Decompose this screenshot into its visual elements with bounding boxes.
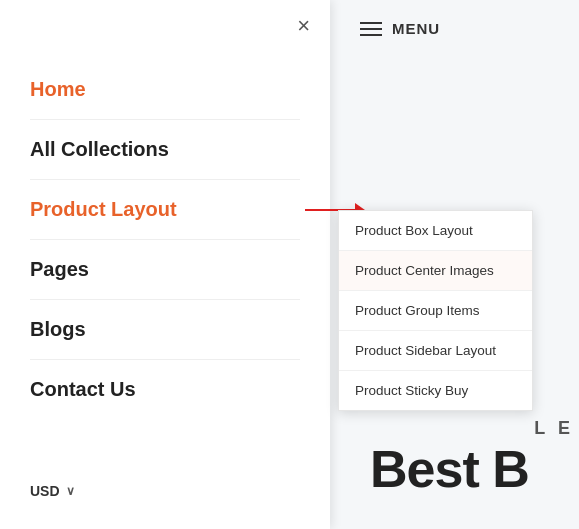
nav-menu: Home All Collections Product Layout Page… xyxy=(30,60,300,419)
dropdown-item-product-sidebar-layout[interactable]: Product Sidebar Layout xyxy=(339,331,532,371)
sidebar: × Home All Collections Product Layout Pa… xyxy=(0,0,330,529)
sidebar-item-label: Pages xyxy=(30,258,89,281)
dropdown-item-product-sticky-buy[interactable]: Product Sticky Buy xyxy=(339,371,532,410)
sidebar-item-label: All Collections xyxy=(30,138,169,161)
sidebar-item-home[interactable]: Home xyxy=(30,60,300,120)
dropdown-item-product-box-layout[interactable]: Product Box Layout xyxy=(339,211,532,251)
hamburger-icon[interactable] xyxy=(360,22,382,36)
sidebar-item-contact-us[interactable]: Contact Us xyxy=(30,360,300,419)
sidebar-item-label: Home xyxy=(30,78,86,101)
close-button[interactable]: × xyxy=(297,15,310,37)
product-layout-dropdown: Product Box Layout Product Center Images… xyxy=(338,210,533,411)
le-text: L E xyxy=(534,418,574,439)
dropdown-item-label: Product Center Images xyxy=(355,263,494,278)
best-b-text: Best B xyxy=(370,439,529,499)
currency-label: USD xyxy=(30,483,60,499)
sidebar-item-label: Product Layout xyxy=(30,198,177,221)
menu-header: MENU xyxy=(360,20,440,37)
sidebar-item-pages[interactable]: Pages xyxy=(30,240,300,300)
sidebar-item-product-layout[interactable]: Product Layout xyxy=(30,180,300,240)
dropdown-item-label: Product Sticky Buy xyxy=(355,383,468,398)
dropdown-item-label: Product Group Items xyxy=(355,303,480,318)
sidebar-item-label: Contact Us xyxy=(30,378,136,401)
dropdown-item-product-group-items[interactable]: Product Group Items xyxy=(339,291,532,331)
dropdown-item-label: Product Sidebar Layout xyxy=(355,343,496,358)
currency-selector[interactable]: USD ∨ xyxy=(30,483,75,499)
menu-label: MENU xyxy=(392,20,440,37)
chevron-down-icon: ∨ xyxy=(66,484,75,498)
dropdown-item-product-center-images[interactable]: Product Center Images xyxy=(339,251,532,291)
sidebar-item-blogs[interactable]: Blogs xyxy=(30,300,300,360)
dropdown-item-label: Product Box Layout xyxy=(355,223,473,238)
sidebar-item-label: Blogs xyxy=(30,318,86,341)
sidebar-item-all-collections[interactable]: All Collections xyxy=(30,120,300,180)
